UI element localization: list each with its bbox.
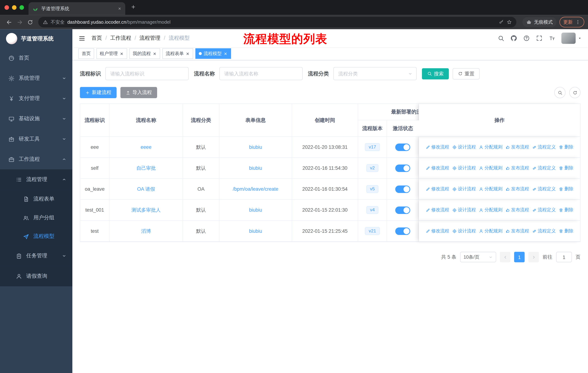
action-publish-process[interactable]: 发布流程 (505, 144, 529, 150)
action-modify-process[interactable]: 修改流程 (426, 165, 449, 171)
process-name-link[interactable]: 滔博 (141, 228, 151, 234)
action-modify-process[interactable]: 修改流程 (426, 144, 449, 150)
breadcrumb-item[interactable]: 流程管理 (139, 35, 168, 41)
tab-process-form[interactable]: 流程表单 (162, 48, 193, 59)
process-name-link[interactable]: 测试多审批人 (131, 207, 161, 213)
close-icon[interactable] (186, 51, 190, 56)
menu-dots-icon[interactable] (575, 20, 580, 25)
active-toggle[interactable] (395, 227, 410, 235)
close-icon[interactable] (120, 51, 124, 56)
toggle-search-button[interactable] (554, 87, 566, 98)
user-menu[interactable] (561, 33, 582, 44)
search-button[interactable]: 搜索 (422, 68, 449, 79)
action-publish-process[interactable]: 发布流程 (505, 165, 529, 171)
sidebar-item-dev-tools[interactable]: 研发工具 (0, 129, 72, 149)
action-design-process[interactable]: 设计流程 (452, 144, 476, 150)
prev-page-button[interactable] (500, 252, 511, 262)
action-delete[interactable]: 删除 (559, 144, 573, 150)
action-process-definition[interactable]: 流程定义 (532, 144, 556, 150)
action-modify-process[interactable]: 修改流程 (426, 228, 449, 234)
import-process-button[interactable]: 导入流程 (120, 87, 157, 98)
active-toggle[interactable] (395, 143, 410, 151)
action-design-process[interactable]: 设计流程 (452, 207, 476, 213)
sidebar-item-process-model[interactable]: 流程模型 (0, 227, 72, 246)
action-process-definition[interactable]: 流程定义 (532, 186, 556, 192)
sidebar-item-workflow[interactable]: 工作流程 (0, 149, 72, 169)
sidebar-item-infrastructure[interactable]: 基础设施 (0, 109, 72, 129)
refresh-table-button[interactable] (569, 87, 580, 98)
action-modify-process[interactable]: 修改流程 (426, 186, 449, 192)
action-assign-rules[interactable]: 分配规则 (479, 144, 503, 150)
url-text[interactable]: dashboard.yudao.iocoder.cn/bpm/manager/m… (67, 20, 170, 25)
back-button[interactable] (4, 17, 14, 28)
bookmark-star-icon[interactable] (507, 20, 512, 25)
action-delete[interactable]: 删除 (559, 228, 573, 234)
sidebar-collapse-button[interactable] (78, 35, 85, 42)
page-size-select[interactable]: 10条/页 (460, 252, 496, 262)
update-browser-button[interactable]: 更新 (560, 17, 584, 28)
action-design-process[interactable]: 设计流程 (452, 186, 476, 192)
sidebar-item-home[interactable]: 首页 (0, 48, 72, 68)
sidebar-item-leave-query[interactable]: 请假查询 (0, 266, 72, 286)
tab-home[interactable]: 首页 (78, 48, 94, 59)
breadcrumb-item[interactable]: 首页 (92, 35, 110, 41)
action-process-definition[interactable]: 流程定义 (532, 228, 556, 234)
active-toggle[interactable] (395, 185, 410, 193)
active-toggle[interactable] (395, 164, 410, 172)
key-icon[interactable] (499, 20, 504, 25)
form-link[interactable]: /bpm/oa/leave/create (233, 186, 278, 192)
sidebar-item-task-management[interactable]: 任务管理 (0, 246, 72, 266)
close-icon[interactable] (223, 51, 228, 56)
tab-process-model[interactable]: 流程模型 (195, 48, 231, 59)
action-delete[interactable]: 删除 (559, 165, 573, 171)
process-name-link[interactable]: OA 请假 (137, 186, 155, 192)
reload-button[interactable] (25, 17, 35, 28)
help-icon[interactable] (523, 35, 530, 41)
tab-my-process[interactable]: 我的流程 (129, 48, 160, 59)
action-process-definition[interactable]: 流程定义 (532, 165, 556, 171)
action-design-process[interactable]: 设计流程 (452, 228, 476, 234)
action-design-process[interactable]: 设计流程 (452, 165, 476, 171)
action-publish-process[interactable]: 发布流程 (505, 228, 529, 234)
sidebar-item-user-group[interactable]: 用户分组 (0, 208, 72, 227)
new-tab-button[interactable] (130, 4, 136, 11)
github-icon[interactable] (510, 35, 517, 41)
fullscreen-icon[interactable] (536, 35, 543, 41)
action-assign-rules[interactable]: 分配规则 (479, 228, 503, 234)
browser-tab[interactable]: 芋道管理系统 (28, 2, 125, 15)
tab-close-icon[interactable] (118, 7, 122, 10)
action-modify-process[interactable]: 修改流程 (426, 207, 449, 213)
category-select[interactable]: 流程分类 (333, 67, 417, 80)
breadcrumb-item[interactable]: 工作流程 (110, 35, 139, 41)
action-delete[interactable]: 删除 (559, 207, 573, 213)
close-window-button[interactable] (5, 5, 9, 10)
action-publish-process[interactable]: 发布流程 (505, 186, 529, 192)
form-link[interactable]: biubiu (249, 228, 262, 234)
action-publish-process[interactable]: 发布流程 (505, 207, 529, 213)
action-process-definition[interactable]: 流程定义 (532, 207, 556, 213)
page-1-button[interactable]: 1 (514, 252, 525, 262)
close-icon[interactable] (153, 51, 157, 56)
action-assign-rules[interactable]: 分配规则 (479, 186, 503, 192)
reset-button[interactable]: 重置 (452, 68, 480, 79)
next-page-button[interactable] (528, 252, 539, 262)
active-toggle[interactable] (395, 206, 410, 214)
address-bar[interactable]: 不安全 dashboard.yudao.iocoder.cn/bpm/manag… (38, 17, 516, 28)
process-name-link[interactable]: 自己审批 (136, 165, 156, 171)
font-size-icon[interactable] (549, 35, 555, 41)
create-process-button[interactable]: 新建流程 (80, 87, 117, 98)
forward-button[interactable] (14, 17, 25, 28)
tab-tenant-management[interactable]: 租户管理 (96, 48, 127, 59)
action-assign-rules[interactable]: 分配规则 (479, 165, 503, 171)
maximize-window-button[interactable] (20, 5, 24, 10)
action-delete[interactable]: 删除 (559, 186, 573, 192)
form-link[interactable]: biubiu (249, 207, 262, 213)
goto-page-input[interactable] (556, 252, 572, 262)
search-icon[interactable] (498, 35, 504, 41)
sidebar-item-payment-management[interactable]: 支付管理 (0, 89, 72, 109)
process-id-input[interactable] (105, 67, 189, 80)
sidebar-item-process-management[interactable]: 流程管理 (0, 169, 72, 190)
process-name-input[interactable] (220, 67, 303, 80)
sidebar-logo[interactable]: 芋道管理系统 (0, 29, 72, 48)
sidebar-item-process-form[interactable]: 流程表单 (0, 190, 72, 208)
